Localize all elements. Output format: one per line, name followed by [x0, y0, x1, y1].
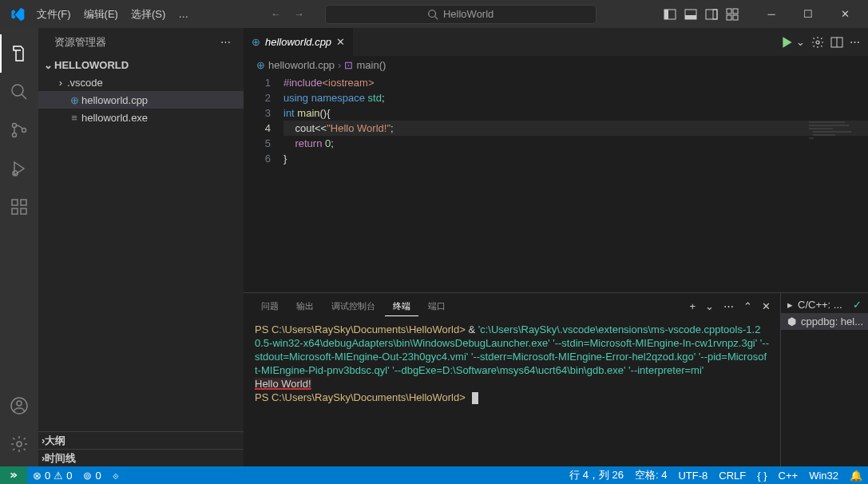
panel-close-icon[interactable]: ✕ — [762, 300, 771, 312]
run-button[interactable] — [780, 35, 795, 50]
panel-maximize-icon[interactable]: ⌃ — [743, 300, 752, 312]
menu-file[interactable]: 文件(F) — [30, 4, 77, 25]
layout-right-icon[interactable] — [704, 6, 719, 22]
terminal-dropdown-icon[interactable]: ⌄ — [705, 300, 714, 312]
menu-select[interactable]: 选择(S) — [125, 4, 172, 25]
more-icon[interactable]: ⋯ — [723, 300, 734, 312]
svg-line-1 — [435, 16, 438, 19]
tree-file-cpp[interactable]: ⊕ helloworld.cpp — [38, 91, 244, 109]
bottom-panel: 问题 输出 调试控制台 终端 端口 + ⌄ ⋯ ⌃ ✕ — [244, 292, 868, 466]
terminal-item-cc[interactable]: ▸ C/C++: ... ✓ — [781, 296, 868, 313]
svg-rect-8 — [727, 9, 731, 14]
terminal-item-cppdbg[interactable]: ⬢ cppdbg: hel... — [781, 313, 868, 330]
debug-icon: ⬢ — [787, 315, 796, 327]
status-ports[interactable]: ⊚0 — [77, 466, 106, 484]
settings-icon[interactable] — [811, 36, 824, 49]
status-encoding[interactable]: UTF-8 — [672, 466, 713, 484]
svg-point-0 — [429, 10, 436, 17]
panel-tab-debug[interactable]: 调试控制台 — [323, 297, 383, 315]
chevron-down-icon: ⌄ — [42, 59, 54, 71]
timeline-section[interactable]: ›时间线 — [38, 449, 244, 466]
explorer-more-icon[interactable]: ⋯ — [220, 36, 231, 48]
status-spaces[interactable]: 空格: 4 — [629, 466, 672, 484]
svg-rect-31 — [813, 131, 851, 133]
terminal-icon: ▸ — [787, 299, 793, 311]
remote-button[interactable] — [0, 466, 27, 484]
chevron-right-icon: › — [54, 77, 67, 89]
command-center-text: HelloWorld — [443, 8, 493, 20]
svg-rect-21 — [21, 200, 26, 205]
breadcrumb[interactable]: ⊕ helloworld.cpp › ⊡ main() — [244, 56, 868, 73]
layout-bottom-icon[interactable] — [683, 6, 699, 22]
status-eol[interactable]: CRLF — [713, 466, 751, 484]
minimap[interactable] — [809, 121, 857, 153]
panel-tab-problems[interactable]: 问题 — [253, 297, 287, 315]
panel-tab-terminal[interactable]: 终端 — [385, 297, 418, 316]
command-center[interactable]: HelloWorld — [325, 5, 597, 24]
status-lncol[interactable]: 行 4，列 26 — [564, 466, 629, 484]
vscode-logo-icon — [10, 6, 26, 22]
window-maximize-button[interactable]: ☐ — [790, 0, 826, 28]
svg-rect-20 — [21, 208, 26, 214]
broadcast-icon: ⟐ — [113, 470, 119, 482]
more-icon[interactable]: ⋯ — [850, 36, 860, 48]
outline-section[interactable]: ›大纲 — [38, 431, 244, 449]
svg-point-12 — [12, 85, 23, 96]
svg-rect-6 — [706, 10, 717, 19]
menu-edit[interactable]: 编辑(E) — [77, 4, 125, 25]
code-editor[interactable]: 123456 #include<iostream>using namespace… — [244, 73, 868, 292]
menu-more[interactable]: … — [172, 5, 195, 23]
close-icon[interactable]: ✕ — [336, 36, 345, 48]
terminal-cursor — [472, 392, 478, 404]
panel-tab-ports[interactable]: 端口 — [420, 297, 454, 315]
svg-rect-9 — [733, 9, 738, 14]
panel-tab-output[interactable]: 输出 — [288, 297, 322, 315]
exe-file-icon: ≡ — [67, 112, 81, 124]
tree-root[interactable]: ⌄ HELLOWORLD — [38, 56, 244, 73]
activity-explorer[interactable] — [0, 34, 38, 73]
layout-customize-icon[interactable] — [724, 6, 740, 22]
svg-point-24 — [17, 442, 22, 446]
status-errors[interactable]: ⊗0 ⚠0 — [27, 466, 77, 484]
editor-tabs: ⊕ helloworld.cpp ✕ ⌄ ⋯ — [244, 28, 868, 56]
new-terminal-icon[interactable]: + — [689, 300, 696, 312]
tab-helloworld[interactable]: ⊕ helloworld.cpp ✕ — [244, 28, 354, 56]
status-lang-brace[interactable]: { } — [751, 466, 772, 484]
tree-file-exe[interactable]: ≡ helloworld.exe — [38, 109, 244, 126]
nav-forward-icon[interactable]: → — [294, 8, 304, 20]
run-dropdown-icon[interactable]: ⌄ — [796, 36, 805, 48]
activity-extensions[interactable] — [0, 188, 38, 226]
svg-line-13 — [22, 94, 26, 99]
svg-rect-7 — [713, 10, 717, 19]
status-notifications[interactable]: 🔔 — [844, 466, 868, 484]
status-language[interactable]: C++ — [773, 466, 804, 484]
status-live[interactable]: ⟐ — [107, 466, 125, 484]
error-icon: ⊗ — [33, 470, 42, 482]
activity-search[interactable] — [0, 73, 38, 111]
activity-settings[interactable] — [0, 425, 38, 463]
title-bar: 文件(F) 编辑(E) 选择(S) … ← → HelloWorld ─ ☐ ✕ — [0, 0, 868, 28]
editor-area: ⊕ helloworld.cpp ✕ ⌄ ⋯ ⊕ helloworld.cpp … — [244, 28, 868, 466]
svg-rect-29 — [809, 125, 849, 126]
activity-run-debug[interactable] — [0, 149, 38, 188]
terminal[interactable]: PS C:\Users\RaySky\Documents\HelloWorld>… — [244, 319, 780, 466]
function-icon: ⊡ — [344, 59, 353, 71]
activity-account[interactable] — [0, 387, 38, 425]
tree-folder-vscode[interactable]: › .vscode — [38, 73, 244, 91]
split-editor-icon[interactable] — [830, 36, 843, 49]
bell-icon: 🔔 — [850, 470, 862, 482]
svg-rect-28 — [809, 121, 845, 123]
svg-point-23 — [17, 401, 22, 406]
svg-point-14 — [13, 124, 17, 128]
window-minimize-button[interactable]: ─ — [753, 0, 790, 28]
warning-icon: ⚠ — [54, 470, 63, 482]
layout-left-icon[interactable] — [662, 6, 678, 22]
status-platform[interactable]: Win32 — [803, 466, 844, 484]
explorer-sidebar: 资源管理器 ⋯ ⌄ HELLOWORLD › .vscode ⊕ hellowo… — [38, 28, 244, 466]
activity-source-control[interactable] — [0, 111, 38, 149]
svg-rect-10 — [727, 15, 731, 20]
window-close-button[interactable]: ✕ — [826, 0, 863, 28]
nav-back-icon[interactable]: ← — [271, 8, 281, 20]
chevron-right-icon: › — [338, 59, 341, 71]
cpp-file-icon: ⊕ — [256, 59, 265, 71]
